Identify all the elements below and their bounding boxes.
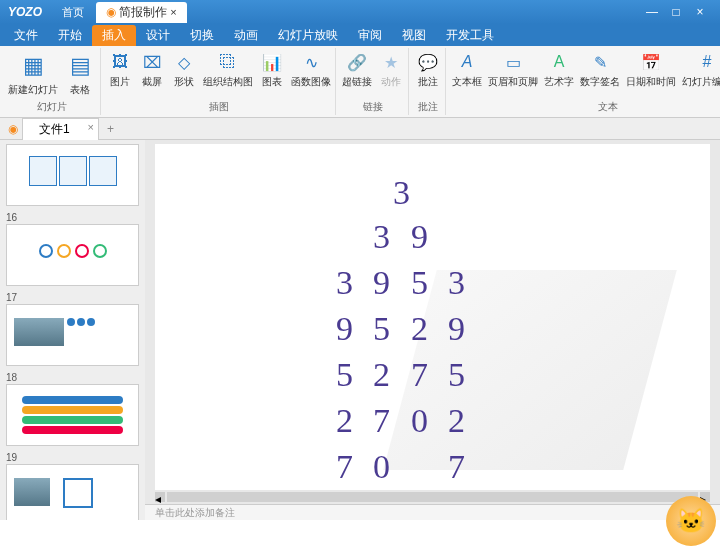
notes-area[interactable]: 单击此处添加备注 xyxy=(145,504,720,520)
menu-animation[interactable]: 动画 xyxy=(224,25,268,46)
menu-file[interactable]: 文件 xyxy=(4,25,48,46)
orgchart-button[interactable]: ⿻组织结构图 xyxy=(203,50,253,89)
document-tabs: ◉ 文件1 + xyxy=(0,118,720,140)
picture-button[interactable]: 🖼图片 xyxy=(107,50,133,89)
doc-tab[interactable]: 文件1 xyxy=(22,118,99,140)
num-top: 3 xyxy=(393,170,410,216)
datetime-button[interactable]: 📅日期和时间 xyxy=(626,50,676,89)
slide-area: 3 3 9 5 2 7 0 3 9 5 2 7 0 9 5 2 7 0 3 9 … xyxy=(145,140,720,520)
menu-dev[interactable]: 开发工具 xyxy=(436,25,504,46)
hyperlink-button[interactable]: 🔗超链接 xyxy=(342,50,372,89)
num-col-left: 3 9 5 2 7 0 xyxy=(336,260,353,490)
menu-view[interactable]: 视图 xyxy=(392,25,436,46)
ribbon-group-link: 🔗超链接 ★动作 链接 xyxy=(338,48,409,115)
workspace: 16 17 18 19 203 9 3 9 5 3 9 5 2 9 5 2 7 … xyxy=(0,140,720,520)
action-button[interactable]: ★动作 xyxy=(378,50,404,89)
table-button[interactable]: ▤表格 xyxy=(64,50,96,97)
ribbon-group-slide: ▦新建幻灯片 ▤表格 幻灯片 xyxy=(4,48,101,115)
shapes-button[interactable]: ◇形状 xyxy=(171,50,197,89)
menu-review[interactable]: 审阅 xyxy=(348,25,392,46)
menu-design[interactable]: 设计 xyxy=(136,25,180,46)
slide-canvas[interactable]: 3 3 9 5 2 7 0 3 9 5 2 7 0 9 5 2 7 0 3 9 … xyxy=(155,144,710,490)
mascot-icon[interactable]: 🐱 xyxy=(666,496,716,546)
min-button[interactable]: — xyxy=(640,5,664,19)
title-bar: YOZO 首页 ◉ 简报制作 × — □ × xyxy=(0,0,720,24)
header-footer-button[interactable]: ▭页眉和页脚 xyxy=(488,50,538,89)
menu-start[interactable]: 开始 xyxy=(48,25,92,46)
comment-button[interactable]: 💬批注 xyxy=(415,50,441,89)
menu-slideshow[interactable]: 幻灯片放映 xyxy=(268,25,348,46)
ribbon-group-illustration: 🖼图片 ⌧截屏 ◇形状 ⿻组织结构图 📊图表 ∿函数图像 插图 xyxy=(103,48,336,115)
screenshot-button[interactable]: ⌧截屏 xyxy=(139,50,165,89)
thumb-18[interactable]: 18 xyxy=(6,372,139,446)
ribbon-group-comment: 💬批注 批注 xyxy=(411,48,446,115)
thumb-15[interactable] xyxy=(6,144,139,206)
wordart-button[interactable]: A艺术字 xyxy=(544,50,574,89)
ribbon: ▦新建幻灯片 ▤表格 幻灯片 🖼图片 ⌧截屏 ◇形状 ⿻组织结构图 📊图表 ∿函… xyxy=(0,46,720,118)
title-tab-home[interactable]: 首页 xyxy=(52,3,94,22)
title-tab-doc[interactable]: ◉ 简报制作 × xyxy=(96,2,187,23)
new-slide-button[interactable]: ▦新建幻灯片 xyxy=(8,50,58,97)
thumb-19[interactable]: 19 xyxy=(6,452,139,520)
thumb-17[interactable]: 17 xyxy=(6,292,139,366)
menu-bar: 文件 开始 插入 设计 切换 动画 幻灯片放映 审阅 视图 开发工具 xyxy=(0,24,720,46)
ribbon-group-text: A文本框 ▭页眉和页脚 A艺术字 ✎数字签名 📅日期和时间 #幻灯片编号 ▣对象… xyxy=(448,48,720,115)
num-col-mid1: 3 9 5 2 7 0 xyxy=(373,214,390,490)
menu-transition[interactable]: 切换 xyxy=(180,25,224,46)
add-tab-button[interactable]: + xyxy=(99,120,122,138)
num-col-mid2: 9 5 2 7 0 xyxy=(411,214,428,444)
thumbnail-panel[interactable]: 16 17 18 19 203 9 3 9 5 3 9 5 2 9 5 2 7 … xyxy=(0,140,145,520)
h-scrollbar[interactable]: ◂▸ xyxy=(155,492,710,502)
slidenum-button[interactable]: #幻灯片编号 xyxy=(682,50,720,89)
signature-button[interactable]: ✎数字签名 xyxy=(580,50,620,89)
close-button[interactable]: × xyxy=(688,5,712,19)
app-logo: YOZO xyxy=(8,5,42,19)
menu-insert[interactable]: 插入 xyxy=(92,25,136,46)
thumb-16[interactable]: 16 xyxy=(6,212,139,286)
num-col-right: 3 9 5 2 7 0 xyxy=(448,260,465,490)
function-button[interactable]: ∿函数图像 xyxy=(291,50,331,89)
max-button[interactable]: □ xyxy=(664,5,688,19)
textbox-button[interactable]: A文本框 xyxy=(452,50,482,89)
chart-button[interactable]: 📊图表 xyxy=(259,50,285,89)
